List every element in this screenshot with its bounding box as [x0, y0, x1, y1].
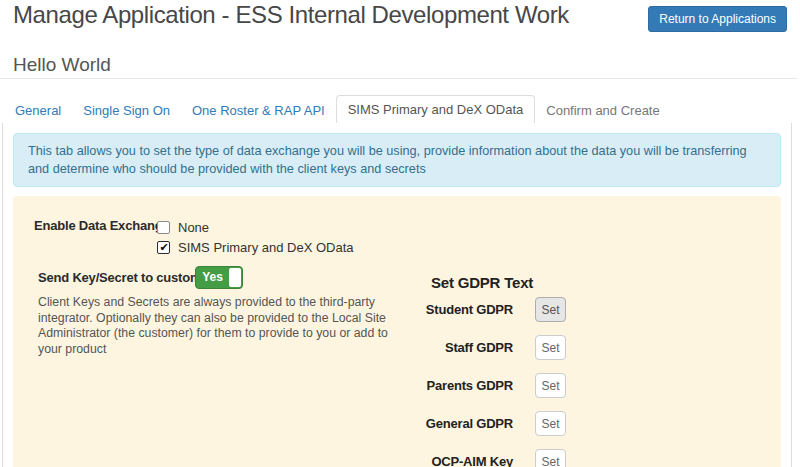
gdpr-row-ocp-aim-key: OCP-AIM Key Set — [319, 449, 566, 467]
option-none[interactable]: None — [157, 217, 354, 237]
general-gdpr-set-button[interactable]: Set — [535, 411, 566, 436]
set-gdpr-text-heading: Set GDPR Text — [431, 274, 533, 291]
data-exchange-panel: Enable Data Exchange None SIMS Primary a… — [13, 196, 781, 467]
gdpr-row-student: Student GDPR Set — [319, 297, 566, 322]
toggle-knob[interactable] — [229, 268, 241, 287]
parents-gdpr-set-button[interactable]: Set — [535, 373, 566, 398]
none-checkbox-label[interactable]: None — [178, 220, 209, 235]
tab-one-roster-rap-api[interactable]: One Roster & RAP API — [181, 97, 336, 124]
enable-data-exchange-label: Enable Data Exchange — [34, 218, 169, 233]
staff-gdpr-set-button[interactable]: Set — [535, 335, 566, 360]
application-name: Hello World — [13, 54, 111, 76]
tab-general[interactable]: General — [4, 97, 72, 124]
sims-primary-dex-odata-checkbox[interactable] — [157, 241, 170, 254]
tab-bar: General Single Sign On One Roster & RAP … — [2, 95, 792, 125]
data-exchange-options: None SIMS Primary and DeX OData — [157, 217, 354, 257]
tab-pane: This tab allows you to set the type of d… — [2, 123, 792, 467]
return-to-applications-button[interactable]: Return to Applications — [648, 6, 787, 32]
sims-primary-dex-odata-checkbox-label[interactable]: SIMS Primary and DeX OData — [178, 240, 354, 255]
ocp-aim-key-set-button[interactable]: Set — [535, 449, 566, 467]
none-checkbox[interactable] — [157, 221, 170, 234]
tab-single-sign-on[interactable]: Single Sign On — [72, 97, 181, 124]
gdpr-row-staff: Staff GDPR Set — [319, 335, 566, 360]
ocp-aim-key-label: OCP-AIM Key — [319, 454, 535, 467]
general-gdpr-label: General GDPR — [319, 416, 535, 431]
gdpr-row-general: General GDPR Set — [319, 411, 566, 436]
student-gdpr-set-button[interactable]: Set — [535, 297, 566, 322]
parents-gdpr-label: Parents GDPR — [319, 378, 535, 393]
page-title: Manage Application - ESS Internal Develo… — [13, 1, 569, 29]
info-banner: This tab allows you to set the type of d… — [13, 133, 781, 187]
staff-gdpr-label: Staff GDPR — [319, 340, 535, 355]
gdpr-row-parents: Parents GDPR Set — [319, 373, 566, 398]
send-key-secret-toggle[interactable]: Yes — [195, 266, 243, 289]
toggle-on-label: Yes — [196, 267, 229, 288]
header-divider — [0, 78, 797, 79]
tab-confirm-and-create[interactable]: Confirm and Create — [535, 97, 670, 124]
option-sims-primary-dex-odata[interactable]: SIMS Primary and DeX OData — [157, 237, 354, 257]
student-gdpr-label: Student GDPR — [319, 302, 535, 317]
tab-sims-primary-dex-odata[interactable]: SIMS Primary and DeX OData — [336, 95, 536, 125]
manage-application-page: Manage Application - ESS Internal Develo… — [0, 0, 800, 467]
send-key-secret-label: Send Key/Secret to customer: — [38, 267, 217, 289]
